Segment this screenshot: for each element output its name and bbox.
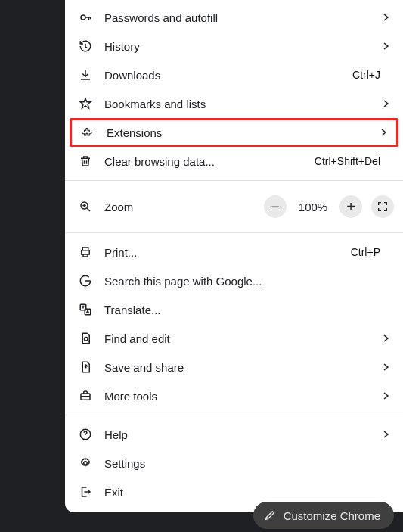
menu-item-label: More tools (100, 390, 379, 403)
menu-item-label: Clear browsing data... (100, 155, 308, 168)
svg-point-4 (85, 338, 88, 341)
chevron-right-icon (379, 14, 389, 21)
toolbox-icon (79, 389, 100, 403)
zoom-in-button[interactable]: + (339, 195, 362, 218)
menu-item-clear-data[interactable]: Clear browsing data... Ctrl+Shift+Del (65, 147, 403, 176)
menu-item-passwords[interactable]: Passwords and autofill (65, 3, 403, 32)
menu-item-more-tools[interactable]: More tools (65, 381, 403, 410)
print-icon (79, 245, 100, 259)
chevron-right-icon (379, 334, 389, 342)
menu-item-label: Translate... (100, 303, 389, 316)
extension-icon (81, 126, 102, 139)
menu-item-label: Search this page with Google... (100, 275, 389, 288)
menu-item-label: Find and edit (100, 332, 379, 345)
menu-item-label: Extensions (102, 126, 377, 139)
menu-item-downloads[interactable]: Downloads Ctrl+J (65, 61, 403, 89)
menu-item-history[interactable]: History (65, 32, 403, 61)
star-icon (79, 97, 100, 110)
customize-chrome-label: Customize Chrome (284, 509, 380, 522)
chevron-right-icon (379, 392, 389, 400)
chevron-right-icon (377, 129, 387, 136)
save-share-icon (79, 360, 100, 374)
menu-item-bookmarks[interactable]: Bookmarks and lists (65, 89, 403, 118)
menu-item-label: Downloads (100, 69, 346, 82)
menu-separator (65, 232, 403, 233)
find-in-page-icon (79, 331, 100, 345)
menu-item-label: Help (100, 428, 379, 441)
chevron-right-icon (379, 42, 389, 50)
gear-icon (79, 456, 100, 470)
menu-item-search-google[interactable]: Search this page with Google... (65, 266, 403, 295)
fullscreen-button[interactable] (371, 195, 394, 218)
zoom-out-button[interactable]: − (264, 195, 287, 218)
zoom-icon (79, 200, 100, 213)
trash-icon (79, 154, 100, 168)
customize-chrome-button[interactable]: Customize Chrome (253, 502, 394, 529)
menu-item-label: Passwords and autofill (100, 11, 379, 24)
menu-item-translate[interactable]: Translate... (65, 295, 403, 324)
key-icon (79, 11, 100, 24)
zoom-controls: − 100% + (264, 195, 394, 218)
menu-item-settings[interactable]: Settings (65, 449, 403, 478)
menu-separator (65, 415, 403, 415)
menu-item-label: Bookmarks and lists (100, 98, 379, 110)
svg-point-0 (81, 15, 85, 20)
google-icon (79, 274, 100, 288)
pencil-icon (264, 509, 276, 521)
chevron-right-icon (379, 363, 389, 371)
chrome-main-menu: Passwords and autofill History Downloads… (65, 0, 403, 512)
chevron-right-icon (379, 431, 389, 438)
menu-item-label: Exit (100, 486, 389, 499)
menu-item-shortcut: Ctrl+J (352, 69, 380, 81)
menu-item-label: Save and share (100, 361, 379, 374)
svg-point-7 (84, 462, 88, 465)
menu-separator (65, 180, 403, 181)
menu-item-zoom: Zoom − 100% + (65, 185, 403, 228)
fullscreen-icon (377, 201, 389, 213)
help-icon (79, 428, 100, 441)
zoom-value: 100% (296, 201, 330, 213)
menu-item-label: Print... (100, 246, 345, 259)
translate-icon (79, 303, 100, 316)
menu-item-extensions[interactable]: Extensions (70, 118, 398, 147)
download-icon (79, 68, 100, 82)
menu-item-find-edit[interactable]: Find and edit (65, 324, 403, 353)
history-icon (79, 39, 100, 53)
menu-item-label: Settings (100, 457, 389, 470)
exit-icon (79, 485, 100, 499)
menu-item-shortcut: Ctrl+P (351, 246, 380, 258)
chevron-right-icon (379, 100, 389, 107)
menu-item-help[interactable]: Help (65, 420, 403, 449)
menu-item-save-share[interactable]: Save and share (65, 353, 403, 381)
zoom-label: Zoom (100, 201, 264, 213)
menu-item-label: History (100, 40, 379, 53)
menu-item-shortcut: Ctrl+Shift+Del (315, 155, 380, 167)
menu-item-print[interactable]: Print... Ctrl+P (65, 238, 403, 266)
